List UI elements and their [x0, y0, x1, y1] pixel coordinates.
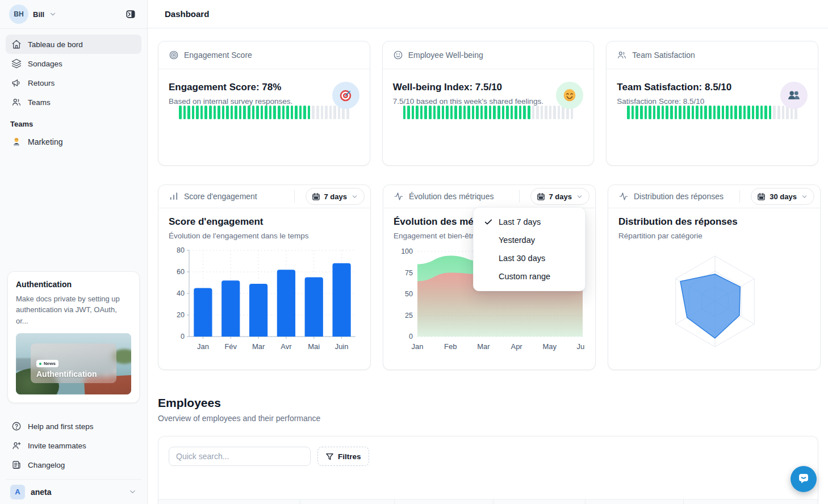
- sidebar-item-changelog[interactable]: Changelog: [6, 455, 141, 474]
- workspace-switcher[interactable]: A aneta: [6, 479, 141, 504]
- busts-emoji: [787, 88, 801, 103]
- column-header-performance[interactable]: Performance: [586, 499, 684, 504]
- card-header: Team Satisfaction: [607, 41, 818, 69]
- sidebar-item-surveys[interactable]: Sondages: [6, 54, 141, 73]
- filters-button[interactable]: Filtres: [317, 447, 369, 466]
- sidebar-item-dashboard[interactable]: Tableau de bord: [6, 35, 141, 54]
- sidebar-item-feedback[interactable]: Retours: [6, 73, 141, 93]
- date-range-label: 30 days: [770, 192, 797, 201]
- date-range-button[interactable]: 7 days: [530, 188, 589, 205]
- chart-subtitle: Répartition par catégorie: [618, 232, 810, 240]
- promo-title: Authentication: [16, 280, 131, 289]
- stat-subtitle: Based on internal survey responses.: [169, 97, 359, 106]
- svg-text:Fév: Fév: [224, 342, 237, 351]
- date-range-label: 7 days: [324, 192, 347, 201]
- column-header-tasks[interactable]: Tasks: [684, 499, 804, 504]
- divider: [294, 190, 295, 203]
- funnel-icon: [325, 452, 334, 461]
- card-header: Distribution des réponses 30 days: [608, 185, 820, 208]
- svg-text:Jan: Jan: [412, 342, 424, 351]
- calendar-icon: [757, 192, 766, 201]
- sidebar-item-marketing[interactable]: Marketing: [6, 132, 141, 152]
- chart-subtitle: Évolution de l'engagement dans le temps: [169, 232, 360, 240]
- sidebar-item-label: Tableau de bord: [28, 40, 83, 49]
- card-header-label: Team Satisfaction: [632, 51, 695, 60]
- stat-emoji-badge: [780, 82, 808, 109]
- stat-card-wellbeing: Employee Well-being Well-being Index: 7.…: [382, 41, 595, 166]
- svg-text:Mar: Mar: [252, 342, 265, 351]
- date-range-button[interactable]: 30 days: [751, 188, 814, 205]
- topbar: Dashboard: [148, 0, 828, 28]
- activity-icon: [618, 191, 629, 201]
- card-body: Distribution des réponses Répartition pa…: [608, 208, 820, 358]
- progress-bar: [179, 106, 349, 119]
- svg-text:May: May: [543, 342, 557, 351]
- divider: [739, 190, 740, 203]
- menu-item-custom-range[interactable]: Custom range: [474, 267, 585, 285]
- sidebar-item-label: Changelog: [28, 461, 65, 469]
- stat-emoji-badge: [332, 82, 359, 109]
- menu-item-last-7-days[interactable]: Last 7 days: [474, 213, 585, 231]
- sidebar-item-label: Help and first steps: [28, 422, 94, 431]
- app-root: BH Bill Tableau de bord Sondages: [0, 0, 828, 504]
- chat-button[interactable]: [791, 466, 817, 492]
- svg-text:20: 20: [177, 311, 185, 319]
- card-header: Employee Well-being: [383, 41, 594, 69]
- sidebar-item-label: Teams: [28, 98, 51, 107]
- user-menu[interactable]: BH Bill: [9, 5, 57, 24]
- chevron-down-icon: [128, 488, 137, 496]
- svg-text:0: 0: [181, 333, 185, 341]
- sidebar-item-label: Invite teammates: [28, 442, 86, 450]
- column-header-position[interactable]: Position: [395, 499, 494, 504]
- promo-image-overlay: News Authentification: [31, 343, 116, 383]
- stat-subtitle: Satisfaction Score: 8.5/10: [617, 97, 808, 106]
- chart-card-engagement-score: Score d'engagement 7 days Score d'engage…: [158, 184, 371, 370]
- calendar-icon: [312, 192, 320, 201]
- collapse-sidebar-button[interactable]: [122, 6, 139, 23]
- stat-emoji-badge: [556, 82, 583, 109]
- help-circle-icon: [11, 421, 22, 431]
- date-range-button[interactable]: 7 days: [306, 188, 365, 205]
- sidebar-item-label: Marketing: [28, 137, 62, 146]
- user-plus-icon: [11, 440, 22, 451]
- filters-label: Filtres: [338, 452, 361, 461]
- sidebar-item-invite[interactable]: Invite teammates: [6, 436, 141, 455]
- target-emoji: [338, 88, 353, 103]
- spacer: [0, 152, 147, 271]
- employees-section-header: Employees Overview of employees and thei…: [158, 396, 818, 423]
- employees-title: Employees: [158, 396, 818, 410]
- search-input[interactable]: [169, 447, 311, 466]
- column-header-participation[interactable]: Participation: [494, 499, 586, 504]
- svg-text:Avr: Avr: [281, 342, 292, 351]
- menu-item-yesterday[interactable]: Yesterday: [474, 231, 585, 249]
- column-header-user[interactable]: User: [158, 499, 300, 504]
- card-body: Well-being Index: 7.5/10 7.5/10 based on…: [383, 69, 594, 165]
- card-header: Engagement Score: [158, 41, 370, 69]
- svg-text:0: 0: [409, 333, 413, 341]
- chevron-down-icon: [801, 193, 808, 200]
- promo-card-authentication[interactable]: Authentication Make docs private by sett…: [7, 271, 140, 404]
- column-header-team[interactable]: Team: [300, 499, 395, 504]
- svg-text:60: 60: [177, 268, 185, 276]
- home-icon: [11, 39, 22, 49]
- sidebar-section-teams-label: Teams: [10, 120, 141, 128]
- sidebar-item-teams[interactable]: Teams: [6, 93, 141, 112]
- chat-bubble-icon: [797, 472, 810, 486]
- card-header-label: Évolution des métriques: [409, 192, 494, 201]
- progress-bar: [627, 106, 797, 119]
- activity-icon: [394, 191, 404, 201]
- chevron-down-icon: [49, 10, 57, 18]
- svg-text:Jun: Jun: [577, 342, 585, 351]
- divider: [519, 190, 520, 203]
- chart-card-response-distribution: Distribution des réponses 30 days Distri…: [608, 184, 821, 370]
- target-icon: [169, 50, 179, 60]
- stat-card-satisfaction: Team Satisfaction Team Satisfaction: 8.5…: [606, 41, 818, 166]
- menu-item-last-30-days[interactable]: Last 30 days: [474, 249, 585, 267]
- table-header-row: User Team Position Participation: [158, 499, 818, 504]
- sidebar-item-help[interactable]: Help and first steps: [6, 417, 141, 436]
- card-header-label: Distribution des réponses: [634, 192, 724, 201]
- card-header-label: Engagement Score: [184, 51, 252, 60]
- svg-text:25: 25: [405, 312, 413, 320]
- check-icon: [484, 217, 493, 226]
- chevron-down-icon: [576, 193, 583, 200]
